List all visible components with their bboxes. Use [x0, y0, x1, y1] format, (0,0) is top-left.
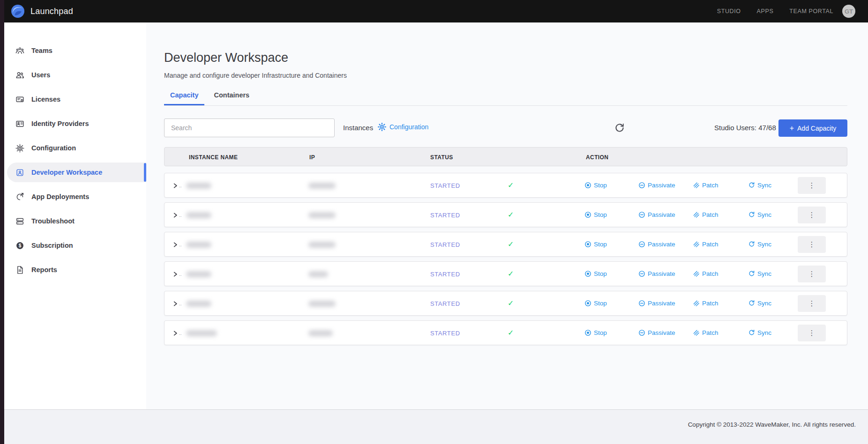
row-more-menu-button[interactable]: ⋮ [798, 266, 826, 282]
search-input[interactable] [164, 118, 335, 137]
action-stop-link[interactable]: Stop [584, 241, 607, 248]
topnav-team-portal[interactable]: TEAM PORTAL [789, 8, 833, 15]
action-patch-link[interactable]: Patch [693, 300, 718, 307]
tab-containers[interactable]: Containers [208, 91, 255, 105]
row-more-menu-button[interactable]: ⋮ [798, 236, 826, 253]
action-stop-link[interactable]: Stop [584, 329, 607, 336]
user-avatar[interactable]: GT [842, 5, 855, 18]
sync-icon [748, 182, 755, 189]
sidebar-item-label: Configuration [31, 144, 76, 152]
refresh-icon[interactable] [614, 123, 625, 133]
passivate-icon [638, 329, 645, 336]
action-stop-link[interactable]: Stop [584, 211, 607, 218]
column-header-status: STATUS [430, 154, 453, 161]
ip-redacted [308, 271, 328, 277]
action-stop-link[interactable]: Stop [584, 270, 607, 277]
sidebar-item-reports[interactable]: Reports [4, 258, 146, 282]
top-nav: STUDIO APPS TEAM PORTAL [717, 8, 833, 15]
sidebar-item-licenses[interactable]: Licenses [4, 87, 146, 111]
status-check-icon: ✓ [508, 181, 514, 190]
topnav-studio[interactable]: STUDIO [717, 8, 741, 15]
expand-chevron-icon[interactable] [172, 330, 179, 337]
expand-chevron-icon[interactable] [172, 212, 179, 219]
sidebar-item-label: Subscription [31, 242, 73, 249]
sidebar-item-app-deployments[interactable]: App Deployments [4, 185, 146, 209]
page-subtitle: Manage and configure developer Infrastru… [164, 72, 847, 79]
ip-redacted [308, 330, 333, 336]
table-row: .. STARTED ✓ StopPassivatePatchSync ⋮ [164, 291, 847, 316]
sidebar-item-teams[interactable]: Teams [4, 38, 146, 63]
page-title: Developer Workspace [164, 51, 847, 65]
action-stop-link[interactable]: Stop [584, 182, 607, 189]
action-sync-link[interactable]: Sync [748, 211, 771, 218]
ip-redacted [308, 242, 336, 248]
instance-name-redacted-prefix: .. [179, 242, 182, 247]
column-header-ip: IP [309, 154, 315, 161]
action-sync-link[interactable]: Sync [748, 300, 771, 307]
patch-icon [693, 241, 700, 248]
row-more-menu-button[interactable]: ⋮ [798, 177, 826, 194]
ip-redacted [308, 183, 336, 189]
sidebar-item-identity-providers[interactable]: Identity Providers [4, 111, 146, 136]
action-label: Sync [757, 182, 771, 189]
action-passivate-link[interactable]: Passivate [638, 241, 675, 248]
instance-name-redacted [186, 330, 217, 336]
footer: Copyright © 2013-2022 WaveMaker, Inc. Al… [0, 409, 868, 444]
configuration-link[interactable]: Configuration [378, 123, 428, 131]
instance-name-redacted [186, 183, 211, 189]
action-passivate-link[interactable]: Passivate [638, 329, 675, 336]
instance-name-redacted [186, 301, 211, 307]
instance-name-redacted-prefix: .. [179, 331, 182, 336]
instance-name-redacted-prefix: .. [179, 183, 182, 188]
action-label: Passivate [648, 270, 675, 277]
expand-chevron-icon[interactable] [172, 300, 179, 307]
sidebar-item-label: Licenses [31, 96, 60, 103]
row-more-menu-button[interactable]: ⋮ [798, 325, 826, 341]
action-passivate-link[interactable]: Passivate [638, 300, 675, 307]
passivate-icon [638, 182, 645, 189]
sidebar-item-developer-workspace[interactable]: Developer Workspace [7, 163, 146, 182]
action-label: Stop [594, 329, 607, 336]
app-name: Launchpad [30, 7, 73, 16]
status-check-icon: ✓ [508, 328, 514, 337]
stop-icon [584, 300, 591, 307]
sidebar-item-configuration[interactable]: Configuration [4, 136, 146, 160]
patch-icon [693, 300, 700, 307]
action-label: Stop [594, 300, 607, 307]
sync-icon [748, 211, 755, 218]
sidebar-item-label: App Deployments [31, 193, 89, 200]
tab-capacity[interactable]: Capacity [164, 91, 204, 105]
action-passivate-link[interactable]: Passivate [638, 182, 675, 189]
action-passivate-link[interactable]: Passivate [638, 270, 675, 277]
add-capacity-button[interactable]: +Add Capacity [778, 119, 847, 137]
expand-chevron-icon[interactable] [172, 182, 179, 189]
action-patch-link[interactable]: Patch [693, 241, 718, 248]
toolbar: Instances Configuration Studio Users: 47… [164, 118, 847, 137]
action-label: Sync [757, 300, 771, 307]
action-passivate-link[interactable]: Passivate [638, 211, 675, 218]
action-patch-link[interactable]: Patch [693, 182, 718, 189]
instance-name-redacted [186, 212, 211, 218]
row-more-menu-button[interactable]: ⋮ [798, 207, 826, 223]
action-patch-link[interactable]: Patch [693, 329, 718, 336]
action-sync-link[interactable]: Sync [748, 182, 771, 189]
teams-icon [15, 46, 24, 55]
stop-icon [584, 270, 591, 277]
status-check-icon: ✓ [508, 240, 514, 249]
sidebar-item-subscription[interactable]: $ Subscription [4, 233, 146, 258]
patch-icon [693, 211, 700, 218]
action-sync-link[interactable]: Sync [748, 241, 771, 248]
action-label: Stop [594, 241, 607, 248]
expand-chevron-icon[interactable] [172, 271, 179, 278]
action-stop-link[interactable]: Stop [584, 300, 607, 307]
action-sync-link[interactable]: Sync [748, 270, 771, 277]
sidebar-item-troubleshoot[interactable]: Troubleshoot [4, 209, 146, 233]
action-sync-link[interactable]: Sync [748, 329, 771, 336]
row-more-menu-button[interactable]: ⋮ [798, 295, 826, 312]
action-patch-link[interactable]: Patch [693, 270, 718, 277]
expand-chevron-icon[interactable] [172, 241, 179, 248]
action-patch-link[interactable]: Patch [693, 211, 718, 218]
sidebar-item-users[interactable]: Users [4, 63, 146, 87]
instance-name-redacted [186, 242, 211, 248]
topnav-apps[interactable]: APPS [757, 8, 774, 15]
